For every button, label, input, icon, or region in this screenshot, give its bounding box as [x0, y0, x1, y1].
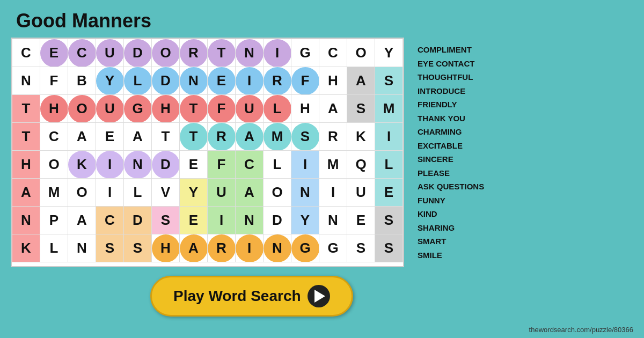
cell-1-7[interactable]: E — [208, 67, 236, 95]
cell-0-5[interactable]: O — [152, 39, 180, 67]
cell-6-7[interactable]: I — [208, 207, 236, 234]
cell-0-0[interactable]: C — [12, 39, 40, 67]
cell-1-5[interactable]: D — [152, 67, 180, 95]
cell-7-12[interactable]: S — [347, 234, 375, 262]
cell-0-8[interactable]: N — [236, 39, 264, 67]
cell-2-1[interactable]: H — [40, 95, 68, 123]
cell-1-1[interactable]: F — [40, 67, 68, 95]
cell-4-6[interactable]: E — [180, 151, 208, 179]
cell-1-13[interactable]: S — [375, 67, 403, 95]
cell-2-4[interactable]: G — [124, 95, 152, 123]
cell-3-11[interactable]: R — [319, 123, 347, 151]
cell-7-6[interactable]: A — [180, 234, 208, 262]
cell-0-2[interactable]: C — [68, 39, 96, 67]
cell-7-0[interactable]: K — [12, 234, 40, 262]
cell-7-8[interactable]: I — [236, 234, 264, 262]
cell-5-0[interactable]: A — [12, 179, 40, 207]
cell-5-4[interactable]: L — [124, 179, 152, 207]
cell-0-11[interactable]: C — [319, 39, 347, 67]
cell-2-6[interactable]: T — [180, 95, 208, 123]
cell-4-12[interactable]: Q — [347, 151, 375, 179]
cell-4-3[interactable]: I — [96, 151, 124, 179]
cell-0-9[interactable]: I — [264, 39, 291, 67]
cell-2-9[interactable]: L — [264, 95, 291, 123]
cell-4-9[interactable]: L — [264, 151, 291, 179]
cell-5-3[interactable]: I — [96, 179, 124, 207]
cell-5-13[interactable]: E — [375, 179, 403, 207]
cell-1-9[interactable]: R — [264, 67, 291, 95]
cell-6-2[interactable]: A — [68, 207, 96, 234]
cell-3-3[interactable]: E — [96, 123, 124, 151]
cell-0-3[interactable]: U — [96, 39, 124, 67]
cell-5-6[interactable]: Y — [180, 179, 208, 207]
cell-2-3[interactable]: U — [96, 95, 124, 123]
cell-6-12[interactable]: E — [347, 207, 375, 234]
cell-0-10[interactable]: G — [291, 39, 319, 67]
cell-7-5[interactable]: H — [152, 234, 180, 262]
cell-1-8[interactable]: I — [236, 67, 264, 95]
cell-6-10[interactable]: Y — [291, 207, 319, 234]
cell-4-8[interactable]: C — [236, 151, 264, 179]
cell-2-8[interactable]: U — [236, 95, 264, 123]
cell-7-9[interactable]: N — [264, 234, 291, 262]
cell-1-12[interactable]: A — [347, 67, 375, 95]
cell-4-5[interactable]: D — [152, 151, 180, 179]
cell-4-1[interactable]: O — [40, 151, 68, 179]
cell-6-11[interactable]: N — [319, 207, 347, 234]
cell-0-1[interactable]: E — [40, 39, 68, 67]
cell-2-7[interactable]: F — [208, 95, 236, 123]
cell-6-4[interactable]: D — [124, 207, 152, 234]
cell-0-4[interactable]: D — [124, 39, 152, 67]
cell-4-11[interactable]: M — [319, 151, 347, 179]
cell-6-3[interactable]: C — [96, 207, 124, 234]
cell-6-5[interactable]: S — [152, 207, 180, 234]
cell-5-9[interactable]: O — [264, 179, 291, 207]
cell-4-7[interactable]: F — [208, 151, 236, 179]
cell-3-7[interactable]: R — [208, 123, 236, 151]
cell-3-13[interactable]: I — [375, 123, 403, 151]
cell-2-2[interactable]: O — [68, 95, 96, 123]
cell-2-11[interactable]: A — [319, 95, 347, 123]
cell-1-3[interactable]: Y — [96, 67, 124, 95]
cell-5-8[interactable]: A — [236, 179, 264, 207]
cell-3-12[interactable]: K — [347, 123, 375, 151]
cell-1-6[interactable]: N — [180, 67, 208, 95]
cell-3-6[interactable]: T — [180, 123, 208, 151]
cell-7-4[interactable]: S — [124, 234, 152, 262]
cell-6-9[interactable]: D — [264, 207, 291, 234]
cell-0-7[interactable]: T — [208, 39, 236, 67]
cell-6-13[interactable]: S — [375, 207, 403, 234]
cell-5-2[interactable]: O — [68, 179, 96, 207]
cell-7-13[interactable]: S — [375, 234, 403, 262]
cell-2-0[interactable]: T — [12, 95, 40, 123]
cell-4-4[interactable]: N — [124, 151, 152, 179]
cell-5-5[interactable]: V — [152, 179, 180, 207]
cell-2-12[interactable]: S — [347, 95, 375, 123]
cell-3-8[interactable]: A — [236, 123, 264, 151]
cell-3-10[interactable]: S — [291, 123, 319, 151]
cell-4-10[interactable]: I — [291, 151, 319, 179]
cell-0-6[interactable]: R — [180, 39, 208, 67]
cell-1-10[interactable]: F — [291, 67, 319, 95]
cell-2-5[interactable]: H — [152, 95, 180, 123]
cell-3-5[interactable]: T — [152, 123, 180, 151]
cell-1-4[interactable]: L — [124, 67, 152, 95]
cell-5-7[interactable]: U — [208, 179, 236, 207]
cell-2-10[interactable]: H — [291, 95, 319, 123]
cell-6-8[interactable]: N — [236, 207, 264, 234]
cell-7-2[interactable]: N — [68, 234, 96, 262]
cell-1-2[interactable]: B — [68, 67, 96, 95]
cell-3-9[interactable]: M — [264, 123, 291, 151]
cell-5-12[interactable]: U — [347, 179, 375, 207]
cell-7-11[interactable]: G — [319, 234, 347, 262]
cell-0-13[interactable]: Y — [375, 39, 403, 67]
cell-3-1[interactable]: C — [40, 123, 68, 151]
cell-4-13[interactable]: L — [375, 151, 403, 179]
cell-1-11[interactable]: H — [319, 67, 347, 95]
cell-6-0[interactable]: N — [12, 207, 40, 234]
cell-7-10[interactable]: G — [291, 234, 319, 262]
cell-5-11[interactable]: I — [319, 179, 347, 207]
cell-3-0[interactable]: T — [12, 123, 40, 151]
cell-6-6[interactable]: E — [180, 207, 208, 234]
cell-5-1[interactable]: M — [40, 179, 68, 207]
